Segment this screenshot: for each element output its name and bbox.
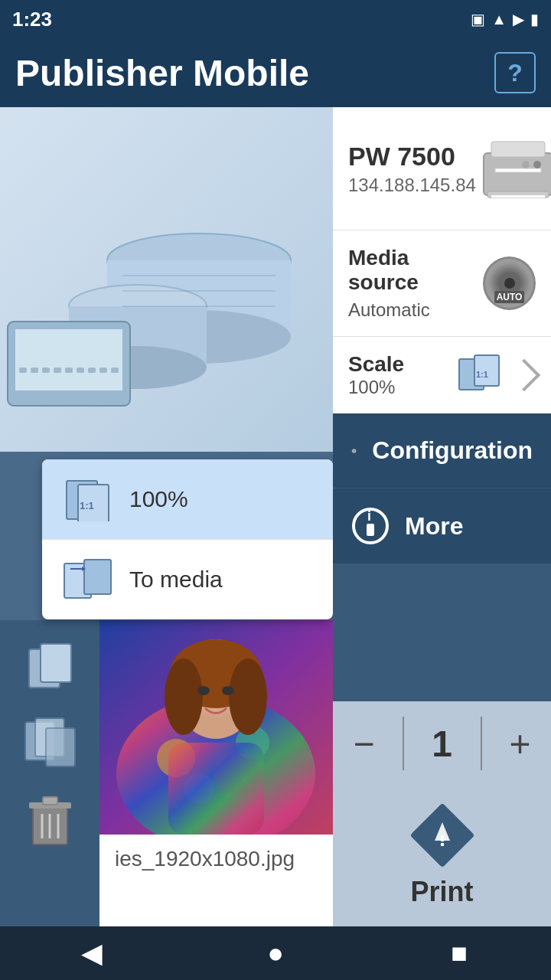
- svg-rect-21: [111, 368, 119, 373]
- scale-media-icon: [60, 557, 114, 603]
- printer-name: PW 7500: [348, 142, 476, 172]
- app-title: Publisher Mobile: [15, 52, 309, 94]
- media-source-section[interactable]: Media source Automatic AUTO: [333, 230, 551, 336]
- printer-text: PW 7500 134.188.145.84: [348, 142, 476, 196]
- auto-icon-center: [504, 278, 515, 289]
- svg-rect-26: [84, 560, 111, 594]
- pages-btn[interactable]: [19, 712, 80, 773]
- svg-point-64: [354, 450, 354, 451]
- left-bottom: ies_1920x1080.jpg: [0, 620, 333, 926]
- nav-bar: ◀ ● ■: [0, 926, 551, 980]
- scale-dropdown: 1:1 100% To media: [42, 459, 333, 619]
- header: Publisher Mobile ?: [0, 38, 551, 107]
- delete-btn[interactable]: [19, 789, 80, 850]
- chevron-right-icon: [508, 359, 540, 391]
- print-diamond-wrap[interactable]: [408, 801, 477, 870]
- svg-rect-65: [354, 449, 354, 449]
- scale-option-100[interactable]: 1:1 100%: [42, 459, 333, 540]
- photo-content: [99, 620, 333, 835]
- home-button[interactable]: ●: [253, 930, 298, 976]
- svg-rect-33: [46, 728, 75, 766]
- scale-100-icon: 1:1: [60, 476, 114, 522]
- quantity-plus-button[interactable]: +: [490, 713, 551, 774]
- right-panel: PW 7500 134.188.145.84: [333, 107, 551, 926]
- printer-ip: 134.188.145.84: [348, 175, 476, 196]
- scale-option-media[interactable]: To media: [42, 540, 333, 619]
- media-source-text: Media source Automatic: [348, 246, 483, 321]
- svg-text:1:1: 1:1: [80, 500, 94, 511]
- more-button[interactable]: i More: [333, 488, 551, 564]
- svg-rect-19: [88, 368, 96, 373]
- auto-icon: AUTO: [483, 256, 536, 310]
- photo-area: ies_1920x1080.jpg: [99, 620, 333, 926]
- scale-label: Scale: [348, 352, 404, 377]
- svg-rect-30: [41, 644, 71, 682]
- svg-rect-54: [491, 142, 545, 157]
- print-icon: [408, 801, 477, 870]
- filename: ies_1920x1080.jpg: [99, 835, 333, 884]
- svg-rect-67: [352, 450, 353, 451]
- quantity-minus-button[interactable]: −: [334, 713, 395, 774]
- gear-icon: [351, 432, 357, 470]
- wifi-icon: ▲: [491, 11, 507, 28]
- back-button[interactable]: ◀: [69, 930, 115, 976]
- svg-rect-18: [77, 368, 84, 373]
- auto-label: AUTO: [494, 291, 525, 303]
- quantity-value: 1: [412, 723, 473, 765]
- svg-rect-12: [15, 329, 122, 390]
- svg-rect-68: [355, 450, 356, 451]
- config-label: Configuration: [372, 436, 533, 465]
- svg-rect-14: [31, 368, 38, 373]
- status-icons: ▣ ▲ ▶ ▮: [471, 10, 539, 28]
- svg-rect-17: [65, 368, 73, 373]
- right-spacer: [333, 564, 551, 701]
- home-icon: ●: [267, 937, 284, 969]
- svg-rect-36: [43, 797, 57, 805]
- copy-btn[interactable]: [19, 635, 80, 697]
- svg-text:1:1: 1:1: [476, 370, 488, 379]
- svg-point-56: [533, 161, 541, 168]
- blueprint-image: [0, 107, 333, 452]
- svg-rect-78: [441, 843, 444, 846]
- svg-rect-13: [19, 368, 27, 373]
- media-source-value: Automatic: [348, 299, 483, 321]
- scale-media-label: To media: [129, 567, 223, 593]
- configuration-button[interactable]: Configuration: [333, 413, 551, 488]
- scale-100-label: 100%: [129, 486, 188, 512]
- svg-rect-20: [99, 368, 107, 373]
- qty-divider: [403, 717, 404, 770]
- recent-button[interactable]: ■: [436, 930, 482, 976]
- back-icon: ◀: [81, 937, 103, 969]
- status-time: 1:23: [12, 8, 52, 31]
- scale-icon-right: 1:1: [457, 353, 501, 397]
- main-area: 1:1 100% To media: [0, 107, 551, 926]
- scale-section[interactable]: Scale 100% 1:1: [333, 336, 551, 413]
- printer-info: PW 7500 134.188.145.84: [333, 107, 551, 230]
- scale-text: Scale 100%: [348, 352, 404, 398]
- svg-point-50: [229, 658, 267, 735]
- sim-icon: ▣: [471, 10, 485, 28]
- svg-point-51: [197, 686, 210, 695]
- qty-divider-2: [481, 717, 482, 770]
- left-toolbar: [0, 620, 99, 926]
- svg-rect-53: [484, 153, 551, 195]
- info-icon: i: [351, 507, 390, 545]
- recent-icon: ■: [451, 937, 468, 969]
- battery-icon: ▮: [530, 10, 539, 28]
- more-label: More: [405, 512, 463, 541]
- svg-rect-79: [441, 835, 444, 841]
- scale-right: 1:1: [457, 353, 536, 397]
- help-button[interactable]: ?: [494, 52, 536, 93]
- svg-text:i: i: [367, 508, 371, 524]
- status-bar: 1:23 ▣ ▲ ▶ ▮: [0, 0, 551, 38]
- svg-point-52: [222, 686, 234, 695]
- help-icon: ?: [507, 59, 523, 87]
- svg-rect-16: [54, 368, 61, 373]
- left-panel: 1:1 100% To media: [0, 107, 333, 926]
- scale-value: 100%: [348, 377, 404, 398]
- svg-rect-15: [42, 368, 50, 373]
- printer-icon: [476, 122, 551, 214]
- svg-point-57: [522, 161, 530, 168]
- svg-rect-55: [495, 168, 541, 172]
- print-label[interactable]: Print: [410, 876, 473, 908]
